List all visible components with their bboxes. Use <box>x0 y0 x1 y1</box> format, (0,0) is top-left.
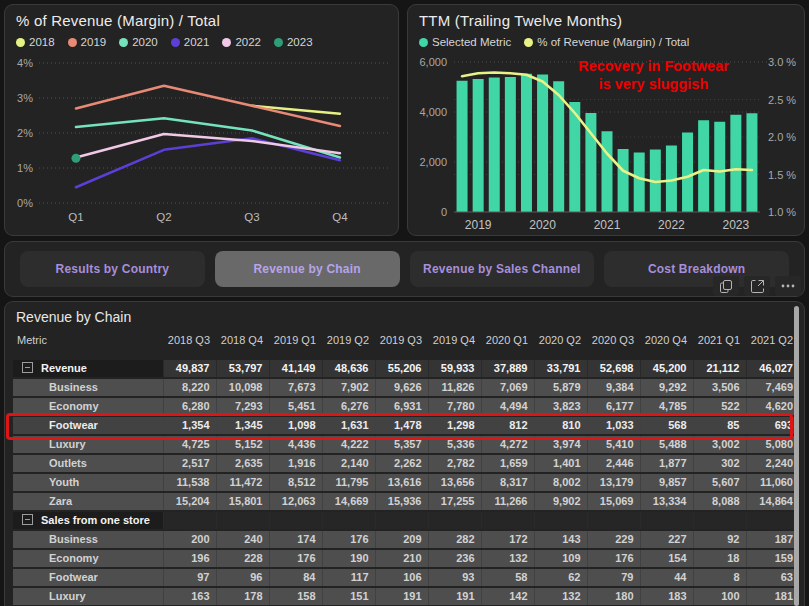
cell-value: 109 <box>534 549 587 568</box>
table-row-revenue[interactable]: Revenue49,83753,79741,14948,63655,20659,… <box>13 359 799 378</box>
cell-value <box>163 511 216 530</box>
table-row-economy[interactable]: Economy6,2807,2935,4516,2766,9317,7804,4… <box>13 397 799 416</box>
cell-value <box>269 511 322 530</box>
cell-value: 49,837 <box>163 359 216 378</box>
cell-value: 45,200 <box>640 359 693 378</box>
cell-value: 11,538 <box>163 473 216 492</box>
column-header[interactable]: 2021 Q2 <box>746 330 799 359</box>
cell-value: 12,063 <box>269 492 322 511</box>
cell-value: 11,060 <box>746 473 799 492</box>
table-row-luxury[interactable]: Luxury1631781581511911911421321801831001… <box>13 587 799 606</box>
more-options-icon[interactable] <box>775 276 801 296</box>
table-row-outlets[interactable]: Outlets2,5172,6351,9162,1402,2622,7821,6… <box>13 454 799 473</box>
row-label: Footwear <box>49 571 98 583</box>
cell-value <box>746 511 799 530</box>
svg-text:2.0 %: 2.0 % <box>768 131 796 143</box>
cell-value: 5,879 <box>534 378 587 397</box>
margin-chart-legend: 201820192020202120222023 <box>16 36 313 48</box>
cell-value: 8,002 <box>534 473 587 492</box>
legend-item[interactable]: % of Revenue (Margin) / Total <box>524 36 689 48</box>
cell-value: 9,292 <box>640 378 693 397</box>
legend-item[interactable]: Selected Metric <box>419 36 511 48</box>
cell-value: 59,933 <box>428 359 481 378</box>
cell-value: 15,204 <box>163 492 216 511</box>
legend-item[interactable]: 2022 <box>222 36 261 48</box>
cell-value: 53,797 <box>216 359 269 378</box>
cell-value: 10,098 <box>216 378 269 397</box>
annotation-line-1: Recovery in Footwear <box>546 57 761 75</box>
cell-value: 210 <box>375 549 428 568</box>
tab-revenue-by-sales-channel[interactable]: Revenue by Sales Channel <box>410 251 595 287</box>
svg-text:Q2: Q2 <box>156 211 171 223</box>
cell-value: 15,936 <box>375 492 428 511</box>
legend-item[interactable]: 2018 <box>16 36 55 48</box>
cell-value <box>428 511 481 530</box>
cell-value <box>216 511 269 530</box>
cell-value: 1,916 <box>269 454 322 473</box>
svg-text:1%: 1% <box>17 162 33 174</box>
table-row-business[interactable]: Business20024017417620928217214322922792… <box>13 530 799 549</box>
column-header[interactable]: 2020 Q1 <box>481 330 534 359</box>
table-row-business[interactable]: Business8,22010,0987,6737,9029,62611,826… <box>13 378 799 397</box>
cell-value <box>640 511 693 530</box>
cell-value: 172 <box>481 530 534 549</box>
legend-dot-icon <box>222 38 231 47</box>
table-row-footwear[interactable]: Footwear1,3541,3451,0981,6311,4781,29881… <box>13 416 799 435</box>
cell-value: 5,080 <box>746 435 799 454</box>
column-header[interactable]: 2019 Q2 <box>322 330 375 359</box>
table-row-footwear[interactable]: Footwear9796841171069358627944863 <box>13 568 799 587</box>
column-header[interactable]: 2020 Q2 <box>534 330 587 359</box>
table-row-zara[interactable]: Zara15,20415,80112,06314,66915,93617,255… <box>13 492 799 511</box>
collapse-icon[interactable] <box>22 514 33 525</box>
legend-item[interactable]: 2021 <box>171 36 210 48</box>
cell-value: 229 <box>587 530 640 549</box>
column-header[interactable]: 2019 Q1 <box>269 330 322 359</box>
cell-value: 84 <box>269 568 322 587</box>
svg-text:Q1: Q1 <box>68 211 83 223</box>
table-row-sales-from-one-store[interactable]: Sales from one store <box>13 511 799 530</box>
legend-item[interactable]: 2019 <box>68 36 107 48</box>
cell-value: 46,027 <box>746 359 799 378</box>
ttm-chart-legend: Selected Metric% of Revenue (Margin) / T… <box>419 36 689 48</box>
legend-item[interactable]: 2020 <box>119 36 158 48</box>
cell-value: 37,889 <box>481 359 534 378</box>
cell-value: 3,974 <box>534 435 587 454</box>
column-header[interactable]: 2019 Q3 <box>375 330 428 359</box>
legend-label: 2022 <box>235 36 261 48</box>
table-row-economy[interactable]: Economy196228176190210236132109176154181… <box>13 549 799 568</box>
tab-revenue-by-chain[interactable]: Revenue by Chain <box>215 251 400 287</box>
cell-value: 132 <box>534 587 587 606</box>
copy-icon[interactable] <box>713 276 739 296</box>
cell-value: 159 <box>746 549 799 568</box>
cell-value: 240 <box>216 530 269 549</box>
cell-value: 7,902 <box>322 378 375 397</box>
cell-value: 143 <box>534 530 587 549</box>
table-scrollbar[interactable] <box>794 306 799 606</box>
cell-value: 4,725 <box>163 435 216 454</box>
tab-results-by-country[interactable]: Results by Country <box>20 251 205 287</box>
legend-item[interactable]: 2023 <box>274 36 313 48</box>
legend-label: 2021 <box>184 36 210 48</box>
column-header-metric[interactable]: Metric <box>13 330 163 359</box>
cell-value: 2,262 <box>375 454 428 473</box>
row-label: Youth <box>49 476 79 488</box>
legend-label: % of Revenue (Margin) / Total <box>537 36 689 48</box>
focus-mode-icon[interactable] <box>744 276 770 296</box>
cell-value: 5,451 <box>269 397 322 416</box>
margin-line-chart[interactable]: 0%1%2%3%4%Q1Q2Q3Q4 <box>7 53 398 231</box>
column-header[interactable]: 2018 Q4 <box>216 330 269 359</box>
column-header[interactable]: 2018 Q3 <box>163 330 216 359</box>
cell-value: 5,410 <box>587 435 640 454</box>
collapse-icon[interactable] <box>22 362 33 373</box>
table-row-youth[interactable]: Youth11,53811,4728,51211,79513,61613,656… <box>13 473 799 492</box>
cell-value: 11,795 <box>322 473 375 492</box>
column-header[interactable]: 2019 Q4 <box>428 330 481 359</box>
column-header[interactable]: 2020 Q3 <box>587 330 640 359</box>
table-row-luxury[interactable]: Luxury4,7255,1524,4364,2225,3575,3364,27… <box>13 435 799 454</box>
cell-value: 7,469 <box>746 378 799 397</box>
cell-value: 33,791 <box>534 359 587 378</box>
cell-value: 117 <box>322 568 375 587</box>
column-header[interactable]: 2021 Q1 <box>693 330 746 359</box>
cell-value: 228 <box>216 549 269 568</box>
column-header[interactable]: 2020 Q4 <box>640 330 693 359</box>
